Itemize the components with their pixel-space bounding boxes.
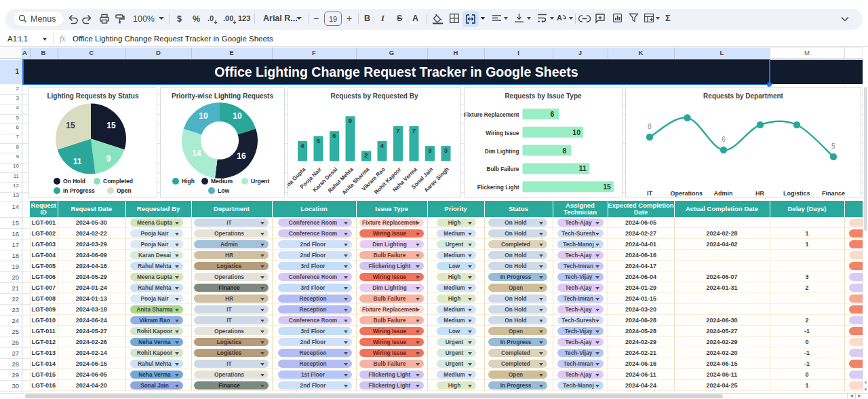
- svg-text:Wiring Issue: Wiring Issue: [486, 130, 519, 136]
- svg-text:Flickering Light: Flickering Light: [477, 184, 519, 191]
- svg-text:In Progress: In Progress: [63, 187, 95, 194]
- svg-text:15: 15: [66, 121, 75, 130]
- svg-text:10: 10: [572, 128, 580, 136]
- svg-text:High: High: [182, 178, 195, 185]
- svg-text:Medium: Medium: [211, 178, 233, 185]
- svg-text:On Hold: On Hold: [63, 178, 85, 185]
- svg-text:Bulb Failure: Bulb Failure: [487, 166, 519, 172]
- svg-text:6: 6: [722, 135, 726, 143]
- svg-text:3: 3: [444, 147, 448, 154]
- svg-text:3: 3: [428, 147, 431, 154]
- svg-text:16: 16: [237, 151, 246, 161]
- svg-text:IT: IT: [647, 190, 653, 197]
- svg-text:8: 8: [648, 122, 652, 130]
- svg-text:11: 11: [73, 157, 82, 166]
- svg-text:7: 7: [412, 127, 416, 134]
- svg-text:Fixture Replacement: Fixture Replacement: [464, 111, 519, 118]
- svg-text:4: 4: [380, 142, 384, 149]
- svg-text:Completed: Completed: [103, 178, 133, 185]
- svg-text:4: 4: [300, 142, 304, 149]
- svg-text:14: 14: [192, 149, 201, 158]
- svg-text:15: 15: [106, 121, 116, 130]
- svg-text:9: 9: [106, 154, 111, 164]
- svg-text:Urgent: Urgent: [251, 178, 270, 185]
- svg-text:8: 8: [562, 147, 566, 155]
- svg-text:Open: Open: [117, 187, 132, 194]
- svg-text:6: 6: [550, 110, 554, 118]
- svg-text:5: 5: [831, 142, 835, 150]
- svg-text:10: 10: [233, 111, 242, 121]
- svg-text:9: 9: [349, 117, 352, 124]
- svg-text:2: 2: [364, 151, 368, 159]
- svg-text:10: 10: [199, 111, 208, 121]
- svg-text:A: A: [557, 14, 562, 22]
- svg-text:Finance: Finance: [822, 190, 845, 197]
- svg-text:15: 15: [603, 183, 611, 191]
- svg-text:Logistics: Logistics: [783, 190, 810, 197]
- svg-text:Operations: Operations: [670, 190, 703, 197]
- svg-text:Dim Lighting: Dim Lighting: [485, 148, 519, 155]
- svg-text:5: 5: [317, 137, 321, 145]
- svg-text:Admin: Admin: [713, 190, 732, 197]
- svg-text:11: 11: [579, 164, 587, 172]
- svg-text:6: 6: [332, 132, 336, 139]
- svg-text:7: 7: [396, 127, 399, 134]
- svg-text:Low: Low: [218, 187, 229, 194]
- svg-text:HR: HR: [755, 190, 764, 197]
